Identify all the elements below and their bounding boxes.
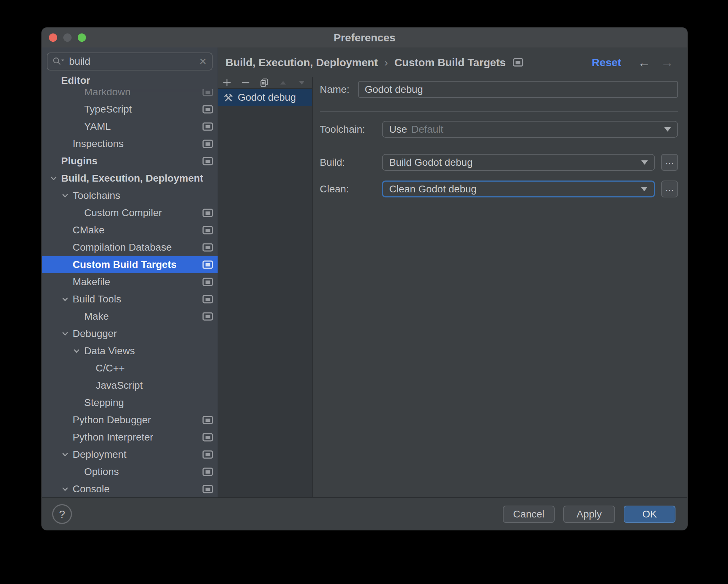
build-targets-list: Godot debug <box>218 89 312 497</box>
traffic-lights <box>49 28 86 47</box>
build-target-item-godot-debug[interactable]: Godot debug <box>218 89 312 106</box>
tree-item-label: Custom Compiler <box>84 207 162 219</box>
tree-item-label: YAML <box>84 121 111 132</box>
tree-item-label: Build, Execution, Deployment <box>61 173 203 184</box>
chevron-down-icon[interactable] <box>60 329 70 338</box>
tree-item-compilation-database[interactable]: Compilation Database <box>42 239 218 256</box>
close-window-button[interactable] <box>49 33 57 42</box>
breadcrumb-parent[interactable]: Build, Execution, Deployment <box>226 56 378 69</box>
modified-settings-icon <box>203 312 213 321</box>
search-query-text: build <box>69 56 195 67</box>
tree-item-deployment[interactable]: Deployment <box>42 446 218 463</box>
settings-header: Build, Execution, Deployment › Custom Bu… <box>218 47 687 77</box>
settings-tree-panel: build ✕ EditorMarkdownTypeScriptYAMLInsp… <box>42 47 218 497</box>
apply-button[interactable]: Apply <box>563 506 615 523</box>
tree-item-make[interactable]: Make <box>42 308 218 325</box>
clear-search-icon[interactable]: ✕ <box>199 57 207 66</box>
chevron-down-icon[interactable] <box>60 484 70 494</box>
build-targets-list-panel: Godot debug <box>218 77 313 497</box>
tree-item-label: Makefile <box>73 276 110 288</box>
search-icon <box>53 57 65 66</box>
tree-item-makefile[interactable]: Makefile <box>42 273 218 291</box>
window-title: Preferences <box>42 32 687 44</box>
help-button[interactable]: ? <box>52 504 72 524</box>
chevron-down-icon <box>641 160 648 165</box>
tree-item-data-views[interactable]: Data Views <box>42 342 218 360</box>
tree-item-plugins[interactable]: Plugins <box>42 152 218 170</box>
tree-item-label: CMake <box>73 224 105 236</box>
cancel-button[interactable]: Cancel <box>503 506 555 523</box>
tree-item-python-debugger[interactable]: Python Debugger <box>42 411 218 429</box>
modified-settings-icon <box>203 468 213 476</box>
toolchain-label: Toolchain: <box>320 124 382 135</box>
tree-item-label: JavaScript <box>96 380 143 391</box>
build-value: Build Godot debug <box>389 157 473 168</box>
tree-item-label: TypeScript <box>84 104 132 115</box>
toolchain-select[interactable]: Use Default <box>382 121 678 138</box>
toolchain-row: Toolchain: Use Default <box>320 121 678 138</box>
add-target-button[interactable] <box>222 78 232 88</box>
tree-item-label: Console <box>73 483 110 495</box>
toolchain-prefix: Use <box>389 124 407 135</box>
modified-settings-icon <box>203 261 213 269</box>
chevron-down-icon[interactable] <box>60 191 70 200</box>
tree-item-label: Python Debugger <box>73 414 151 426</box>
clean-more-button[interactable]: ... <box>661 181 678 197</box>
tree-item-yaml[interactable]: YAML <box>42 118 218 135</box>
window-titlebar: Preferences <box>42 28 687 47</box>
form-divider <box>320 111 678 112</box>
clean-select[interactable]: Clean Godot debug <box>382 181 655 197</box>
tree-item-label: Python Interpreter <box>73 432 153 443</box>
back-arrow-icon[interactable]: ← <box>638 56 651 69</box>
tree-item-debugger[interactable]: Debugger <box>42 325 218 342</box>
tree-item-inspections[interactable]: Inspections <box>42 135 218 152</box>
chevron-down-icon[interactable] <box>60 295 70 304</box>
settings-search-input[interactable]: build ✕ <box>47 53 213 70</box>
clean-value: Clean Godot debug <box>389 183 477 195</box>
preferences-content: build ✕ EditorMarkdownTypeScriptYAMLInsp… <box>42 47 687 497</box>
tree-item-label: Plugins <box>61 155 97 167</box>
chevron-down-icon[interactable] <box>60 450 70 459</box>
name-row: Name: Godot debug <box>320 81 678 98</box>
breadcrumb-current: Custom Build Targets <box>394 56 505 69</box>
tree-item-custom-build-targets[interactable]: Custom Build Targets <box>42 256 218 273</box>
tree-item-cmake[interactable]: CMake <box>42 222 218 239</box>
settings-lower-area: Godot debug Name: Godot debug Toolchain: <box>218 77 687 497</box>
tree-item-typescript[interactable]: TypeScript <box>42 101 218 118</box>
tree-item-build-execution-deployment[interactable]: Build, Execution, Deployment <box>42 170 218 187</box>
breadcrumb: Build, Execution, Deployment › Custom Bu… <box>226 56 523 69</box>
tree-item-toolchains[interactable]: Toolchains <box>42 187 218 204</box>
toolchain-value: Default <box>411 124 443 135</box>
build-select[interactable]: Build Godot debug <box>382 154 655 171</box>
tree-item-javascript[interactable]: JavaScript <box>42 377 218 394</box>
tree-item-c-c[interactable]: C/C++ <box>42 360 218 377</box>
preferences-window: Preferences build ✕ EditorMarkdownTypeSc… <box>42 28 687 530</box>
remove-target-button[interactable] <box>241 78 251 88</box>
tree-item-console[interactable]: Console <box>42 480 218 497</box>
chevron-down-icon <box>641 187 647 191</box>
desktop-background: Preferences build ✕ EditorMarkdownTypeSc… <box>0 0 728 584</box>
name-input[interactable]: Godot debug <box>358 81 678 98</box>
modified-settings-icon <box>203 416 213 424</box>
tree-item-build-tools[interactable]: Build Tools <box>42 291 218 308</box>
tree-item-stepping[interactable]: Stepping <box>42 394 218 411</box>
copy-target-button[interactable] <box>259 78 269 88</box>
clean-label: Clean: <box>320 183 382 195</box>
chevron-down-icon[interactable] <box>72 346 81 356</box>
modified-settings-icon <box>203 433 213 442</box>
move-up-button <box>278 78 288 88</box>
ok-button[interactable]: OK <box>624 506 675 523</box>
tree-item-options[interactable]: Options <box>42 463 218 480</box>
build-more-button[interactable]: ... <box>661 154 678 171</box>
build-target-label: Godot debug <box>238 92 296 103</box>
minimize-window-button <box>63 33 72 42</box>
zoom-window-button[interactable] <box>78 33 86 42</box>
reset-link[interactable]: Reset <box>592 56 621 69</box>
tree-item-python-interpreter[interactable]: Python Interpreter <box>42 429 218 446</box>
tree-item-custom-compiler[interactable]: Custom Compiler <box>42 204 218 222</box>
chevron-down-icon[interactable] <box>49 174 58 183</box>
tree-item-editor[interactable]: Editor <box>42 72 218 89</box>
clean-row: Clean: Clean Godot debug ... <box>320 181 678 197</box>
modified-settings-icon <box>513 58 523 67</box>
modified-settings-icon <box>203 278 213 286</box>
